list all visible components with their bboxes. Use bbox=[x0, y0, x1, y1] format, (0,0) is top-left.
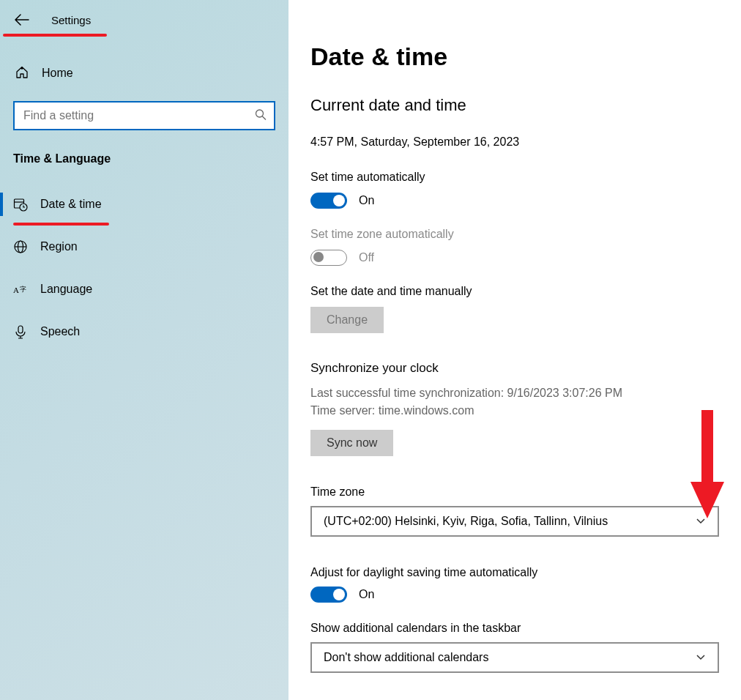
sync-server: Time server: time.windows.com bbox=[310, 402, 719, 420]
calendars-label: Show additional calendars in the taskbar bbox=[310, 622, 719, 635]
dst-label: Adjust for daylight saving time automati… bbox=[310, 566, 719, 579]
sidebar-item-label: Region bbox=[40, 240, 78, 253]
calendar-clock-icon bbox=[13, 197, 28, 212]
sidebar-item-date-time[interactable]: Date & time bbox=[0, 187, 288, 221]
dst-state: On bbox=[359, 588, 374, 601]
sidebar-home[interactable]: Home bbox=[0, 57, 288, 89]
sidebar-item-region[interactable]: Region bbox=[0, 230, 288, 264]
calendars-select[interactable]: Don't show additional calendars bbox=[310, 642, 719, 673]
timezone-select[interactable]: (UTC+02:00) Helsinki, Kyiv, Riga, Sofia,… bbox=[310, 506, 719, 537]
auto-tz-state: Off bbox=[359, 251, 374, 264]
back-arrow-icon[interactable] bbox=[15, 14, 29, 26]
auto-time-state: On bbox=[359, 194, 374, 207]
sync-title: Synchronize your clock bbox=[310, 361, 719, 376]
sidebar-item-label: Language bbox=[40, 283, 92, 296]
home-label: Home bbox=[42, 67, 73, 80]
auto-tz-label: Set time zone automatically bbox=[310, 228, 719, 241]
svg-text:字: 字 bbox=[20, 286, 26, 293]
sidebar-item-label: Speech bbox=[40, 325, 80, 338]
svg-rect-10 bbox=[18, 326, 23, 333]
auto-tz-toggle bbox=[310, 250, 347, 266]
settings-sidebar: Settings Home Time & Language Date & tim… bbox=[0, 0, 288, 700]
dst-toggle[interactable] bbox=[310, 587, 347, 603]
timezone-value: (UTC+02:00) Helsinki, Kyiv, Riga, Sofia,… bbox=[324, 515, 608, 528]
language-icon: A字 bbox=[13, 282, 28, 297]
section-title: Current date and time bbox=[310, 96, 719, 115]
sidebar-item-label: Date & time bbox=[40, 198, 102, 211]
manual-label: Set the date and time manually bbox=[310, 285, 719, 298]
page-title: Date & time bbox=[310, 42, 719, 71]
sidebar-item-language[interactable]: A字 Language bbox=[0, 272, 288, 306]
settings-title: Settings bbox=[51, 14, 91, 26]
change-button: Change bbox=[310, 307, 384, 333]
timezone-label: Time zone bbox=[310, 485, 719, 499]
chevron-down-icon bbox=[696, 515, 706, 528]
annotation-underline-1 bbox=[3, 34, 107, 37]
current-datetime: 4:57 PM, Saturday, September 16, 2023 bbox=[310, 135, 719, 149]
sync-now-button[interactable]: Sync now bbox=[310, 430, 393, 456]
sidebar-item-speech[interactable]: Speech bbox=[0, 315, 288, 349]
auto-time-toggle[interactable] bbox=[310, 193, 347, 209]
svg-text:A: A bbox=[13, 286, 19, 294]
globe-icon bbox=[13, 239, 28, 254]
calendars-value: Don't show additional calendars bbox=[324, 651, 488, 664]
settings-main: Date & time Current date and time 4:57 P… bbox=[288, 0, 741, 700]
search-input[interactable] bbox=[13, 101, 275, 130]
sync-last: Last successful time synchronization: 9/… bbox=[310, 384, 719, 402]
auto-time-label: Set time automatically bbox=[310, 171, 719, 184]
sidebar-category: Time & Language bbox=[0, 130, 288, 165]
home-icon bbox=[15, 65, 29, 82]
chevron-down-icon bbox=[696, 651, 706, 664]
microphone-icon bbox=[13, 324, 28, 339]
annotation-underline-2 bbox=[13, 223, 109, 226]
